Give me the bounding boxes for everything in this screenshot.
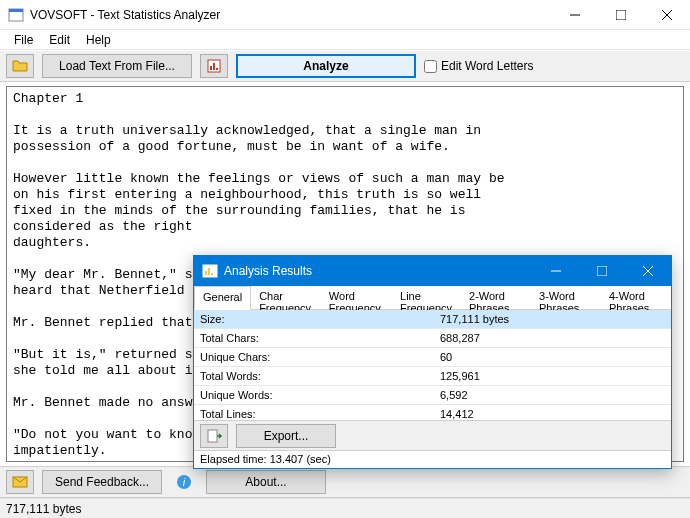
child-tabs: General Char Frequency Word Frequency Li… [194, 286, 671, 310]
menu-help[interactable]: Help [78, 31, 119, 49]
bottom-toolbar: Send Feedback... i About... [0, 466, 690, 498]
export-icon-button[interactable] [200, 424, 228, 448]
svg-rect-14 [205, 271, 207, 275]
close-button[interactable] [644, 0, 690, 30]
window-title: VOVSOFT - Text Statistics Analyzer [30, 8, 552, 22]
about-icon-button[interactable]: i [170, 470, 198, 494]
child-app-icon [202, 263, 218, 279]
svg-rect-15 [208, 268, 210, 275]
edit-word-letters-row[interactable]: Edit Word Letters [424, 59, 533, 73]
open-file-icon-button[interactable] [6, 54, 34, 78]
edit-word-letters-label: Edit Word Letters [441, 59, 533, 73]
analyze-icon-button[interactable] [200, 54, 228, 78]
elapsed-time: Elapsed time: 13.407 (sec) [194, 450, 671, 468]
export-button[interactable]: Export... [236, 424, 336, 448]
tab-general[interactable]: General [194, 286, 251, 310]
analyze-label: Analyze [303, 59, 348, 73]
table-row[interactable]: Total Words:125,961 [194, 367, 671, 386]
table-row[interactable]: Unique Words:6,592 [194, 386, 671, 405]
maximize-button[interactable] [598, 0, 644, 30]
about-label: About... [245, 475, 286, 489]
send-feedback-label: Send Feedback... [55, 475, 149, 489]
app-icon [8, 7, 24, 23]
child-minimize-button[interactable] [533, 256, 579, 286]
svg-rect-21 [208, 430, 217, 442]
svg-rect-7 [210, 66, 212, 70]
minimize-button[interactable] [552, 0, 598, 30]
svg-rect-1 [9, 9, 23, 12]
tab-char-frequency[interactable]: Char Frequency [251, 286, 321, 309]
tab-3word[interactable]: 3-Word Phrases [531, 286, 601, 309]
child-title: Analysis Results [224, 264, 533, 278]
child-bottom-toolbar: Export... [194, 420, 671, 450]
svg-rect-18 [597, 266, 607, 276]
child-close-button[interactable] [625, 256, 671, 286]
svg-rect-3 [616, 10, 626, 20]
analysis-results-window: Analysis Results General Char Frequency … [193, 255, 672, 469]
table-row[interactable]: Size:717,111 bytes [194, 310, 671, 329]
main-toolbar: Load Text From File... Analyze Edit Word… [0, 50, 690, 82]
menu-edit[interactable]: Edit [41, 31, 78, 49]
export-label: Export... [264, 429, 309, 443]
table-row[interactable]: Total Chars:688,287 [194, 329, 671, 348]
status-text: 717,111 bytes [6, 502, 81, 516]
analyze-button[interactable]: Analyze [236, 54, 416, 78]
svg-rect-16 [211, 273, 213, 275]
about-button[interactable]: About... [206, 470, 326, 494]
send-feedback-button[interactable]: Send Feedback... [42, 470, 162, 494]
menu-file[interactable]: File [6, 31, 41, 49]
tab-word-frequency[interactable]: Word Frequency [321, 286, 392, 309]
load-text-label: Load Text From File... [59, 59, 175, 73]
svg-rect-9 [216, 68, 218, 70]
table-row[interactable]: Unique Chars:60 [194, 348, 671, 367]
child-title-bar[interactable]: Analysis Results [194, 256, 671, 286]
menu-bar: File Edit Help [0, 30, 690, 50]
tab-4word[interactable]: 4-Word Phrases [601, 286, 671, 309]
title-bar: VOVSOFT - Text Statistics Analyzer [0, 0, 690, 30]
svg-rect-8 [213, 63, 215, 70]
edit-word-letters-checkbox[interactable] [424, 60, 437, 73]
tab-line-frequency[interactable]: Line Frequency [392, 286, 461, 309]
tab-2word[interactable]: 2-Word Phrases [461, 286, 531, 309]
feedback-icon-button[interactable] [6, 470, 34, 494]
results-grid: Size:717,111 bytes Total Chars:688,287 U… [194, 310, 671, 420]
status-bar: 717,111 bytes [0, 498, 690, 518]
load-text-button[interactable]: Load Text From File... [42, 54, 192, 78]
child-maximize-button[interactable] [579, 256, 625, 286]
table-row[interactable]: Total Lines:14,412 [194, 405, 671, 420]
